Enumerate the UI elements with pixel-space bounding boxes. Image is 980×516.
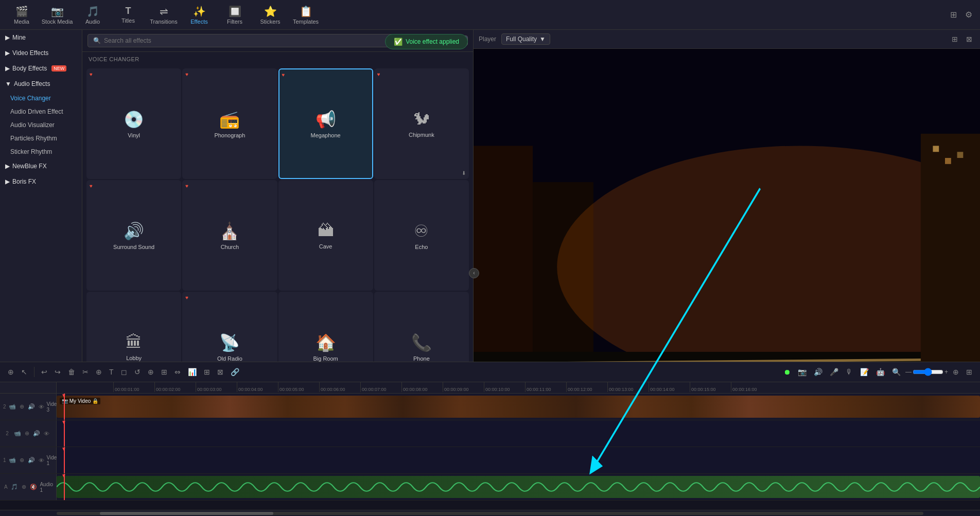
ruler-mark: 00:00:15:00 xyxy=(690,382,731,392)
video-strip[interactable]: 📷 My Video 🔒 xyxy=(57,396,980,418)
tl-undo[interactable]: ↩ xyxy=(39,366,50,378)
settings-icon-button[interactable]: ⚙ xyxy=(962,8,975,22)
tl-zoom-out[interactable]: 🔍 xyxy=(889,366,903,378)
tl-ai-tool[interactable]: 🤖 xyxy=(873,366,887,378)
table-row: 1 📹 ⊕ 🔊 👁 Video 1 xyxy=(0,447,980,474)
sidebar-mine-label: Mine xyxy=(12,34,26,41)
tl-redo[interactable]: ↪ xyxy=(52,366,63,378)
fullscreen-button[interactable]: ⊞ xyxy=(948,8,959,22)
toolbar-templates[interactable]: 📋 Templates xyxy=(289,2,322,28)
track-camera-icon2[interactable]: 📹 xyxy=(13,429,22,438)
sidebar-item-audio-visualizer[interactable]: Audio Visualizer xyxy=(0,118,82,132)
tl-captions[interactable]: 📝 xyxy=(857,366,871,378)
tl-audio-eq[interactable]: 📊 xyxy=(185,366,199,378)
tl-sep1 xyxy=(34,367,34,377)
tl-rotate[interactable]: ↺ xyxy=(132,366,143,378)
track-camera-icon[interactable]: 📹 xyxy=(8,402,17,411)
tl-shape[interactable]: ◻ xyxy=(118,366,130,378)
effect-icon: 📡 xyxy=(219,333,240,352)
body-effects-arrow: ▶ xyxy=(5,65,10,72)
tl-record[interactable]: ⏺ xyxy=(781,366,793,378)
tl-clone[interactable]: ⊞ xyxy=(201,366,213,378)
tl-cut[interactable]: ✂ xyxy=(80,366,91,378)
track-eye-icon2[interactable]: 👁 xyxy=(43,430,50,438)
tl-fit[interactable]: ⊕ xyxy=(950,366,961,378)
sidebar-section-body-effects[interactable]: ▶ Body Effects NEW xyxy=(0,61,82,76)
body-effects-badge: NEW xyxy=(51,65,66,72)
track-eye-icon3[interactable]: 👁 xyxy=(38,456,45,465)
toolbar-transitions[interactable]: ⇌ Transitions xyxy=(147,2,180,28)
quality-select[interactable]: Full Quality ▼ xyxy=(501,33,550,45)
tl-split[interactable]: ⇔ xyxy=(172,366,183,378)
sidebar-section-boris[interactable]: ▶ Boris FX xyxy=(0,174,82,189)
track-mute-icon[interactable]: 🔊 xyxy=(27,402,36,411)
preview-icon1[interactable]: ⊞ xyxy=(949,33,960,45)
timeline-tracks: 2 📹 ⊕ 🔊 👁 Video 3 📷 My Video 🔒 2 📹 ⊕ 🔊 xyxy=(0,394,980,510)
toolbar-transitions-label: Transitions xyxy=(150,19,177,25)
toolbar-titles[interactable]: T Titles xyxy=(112,2,145,28)
heart-icon: ♥ xyxy=(185,183,188,189)
track-add-icon3[interactable]: ⊕ xyxy=(19,456,25,465)
track-add-icon[interactable]: ⊕ xyxy=(19,402,25,411)
effect-name: Big Room xyxy=(313,355,338,362)
video-strip-label: 📷 My Video 🔒 xyxy=(60,398,100,404)
tl-stabilize[interactable]: ⊞ xyxy=(159,366,170,378)
sidebar-section-newblue[interactable]: ▶ NewBlue FX xyxy=(0,158,82,174)
tl-mic[interactable]: 🎤 xyxy=(827,366,841,378)
tl-snapshot2[interactable]: 📷 xyxy=(795,366,809,378)
collapse-panel-button[interactable]: ‹ xyxy=(469,268,479,278)
effect-card-vinyl[interactable]: ♥ 💿 Vinyl xyxy=(86,68,181,179)
tl-zoom-minus[interactable]: — xyxy=(905,368,912,376)
track-audio-icon[interactable]: 🎵 xyxy=(10,483,19,491)
tl-crop[interactable]: ⊕ xyxy=(93,366,104,378)
toolbar-audio[interactable]: 🎵 Audio xyxy=(76,2,109,28)
tl-zoom-plus[interactable]: + xyxy=(944,368,948,376)
effect-card-surround-sound[interactable]: ♥ 🔊 Surround Sound xyxy=(86,180,181,291)
effect-card-echo[interactable]: ♾ Echo xyxy=(374,180,469,291)
scrollbar-thumb[interactable] xyxy=(100,512,273,515)
tl-add-track[interactable]: ⊕ xyxy=(5,366,16,378)
track-mute-icon4[interactable]: 🔇 xyxy=(29,483,38,491)
preview-icon2[interactable]: ⊠ xyxy=(964,33,975,45)
toolbar-effects[interactable]: ✨ Effects xyxy=(183,2,216,28)
toolbar-stock-media[interactable]: 📷 Stock Media xyxy=(41,2,74,28)
effect-card-phonograph[interactable]: ♥ 📻 Phonograph xyxy=(182,68,277,179)
effect-card-megaphone[interactable]: ♥ 📢 Megaphone xyxy=(278,68,373,179)
newblue-arrow: ▶ xyxy=(5,163,10,170)
tl-mask[interactable]: ⊠ xyxy=(215,366,226,378)
track-controls-video3: 2 📹 ⊕ 🔊 👁 Video 3 xyxy=(0,394,57,420)
tl-grid-view[interactable]: ⊞ xyxy=(964,366,975,378)
sidebar-section-video-effects[interactable]: ▶ Video Effects xyxy=(0,45,82,61)
track-camera-icon3[interactable]: 📹 xyxy=(8,456,17,465)
effect-card-chipmunk[interactable]: ♥ 🐿 Chipmunk ⬇ xyxy=(374,68,469,179)
effect-card-church[interactable]: ♥ ⛪ Church xyxy=(182,180,277,291)
effect-card-cave[interactable]: 🏔 Cave xyxy=(278,180,373,291)
sidebar-item-voice-changer[interactable]: Voice Changer xyxy=(0,92,82,105)
sidebar-item-particles-rhythm[interactable]: Particles Rhythm xyxy=(0,132,82,145)
sidebar-section-audio-effects[interactable]: ▼ Audio Effects xyxy=(0,76,82,92)
tl-text[interactable]: T xyxy=(107,366,116,378)
toolbar-filters[interactable]: 🔲 Filters xyxy=(218,2,251,28)
audio-strip[interactable] xyxy=(57,476,980,498)
tl-delete[interactable]: 🗑 xyxy=(65,366,78,378)
tl-link[interactable]: 🔗 xyxy=(228,366,242,378)
scrollbar-track[interactable] xyxy=(57,512,923,515)
toolbar-filters-label: Filters xyxy=(227,19,242,25)
toolbar-stickers[interactable]: ⭐ Stickers xyxy=(254,2,287,28)
tl-zoom-slider[interactable] xyxy=(913,368,943,376)
track-number-video2: 2 xyxy=(3,431,11,436)
track-mute-icon3[interactable]: 🔊 xyxy=(27,456,36,465)
tl-voiceover[interactable]: 🎙 xyxy=(843,366,855,378)
track-add-icon4[interactable]: ⊕ xyxy=(21,483,27,491)
sidebar-item-audio-driven[interactable]: Audio Driven Effect xyxy=(0,105,82,118)
tl-speed[interactable]: ⊕ xyxy=(145,366,156,378)
tl-select[interactable]: ↖ xyxy=(19,366,30,378)
toolbar-media[interactable]: 🎬 Media xyxy=(5,2,38,28)
track-eye-icon[interactable]: 👁 xyxy=(38,403,45,411)
tl-vol[interactable]: 🔊 xyxy=(811,366,825,378)
track-add-icon2[interactable]: ⊕ xyxy=(24,429,30,438)
sidebar-section-mine[interactable]: ▶ Mine xyxy=(0,30,82,45)
sidebar-item-sticker-rhythm[interactable]: Sticker Rhythm xyxy=(0,145,82,158)
track-mute-icon2[interactable]: 🔊 xyxy=(32,429,41,438)
toolbar-audio-label: Audio xyxy=(85,19,100,25)
